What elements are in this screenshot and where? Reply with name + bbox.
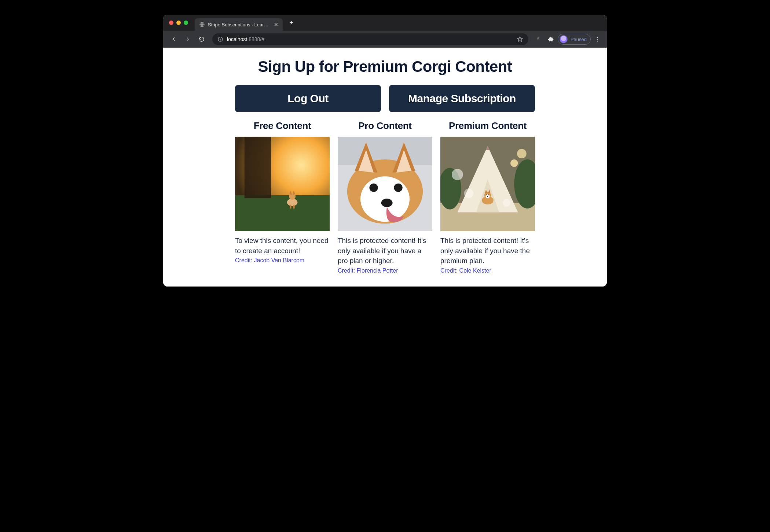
address-bar[interactable]: localhost:8888/# [212, 33, 528, 45]
browser-tab[interactable]: Stripe Subscriptions · Learn Wi ✕ [195, 18, 283, 31]
tier-credit-link[interactable]: Credit: Cole Keister [440, 267, 491, 274]
titlebar: Stripe Subscriptions · Learn Wi ✕ + [163, 15, 607, 31]
tier-image [235, 137, 330, 231]
svg-point-41 [486, 195, 487, 195]
svg-point-45 [464, 189, 474, 198]
svg-point-5 [597, 39, 598, 40]
extensions-menu-icon[interactable] [545, 34, 556, 45]
svg-rect-16 [290, 205, 292, 208]
svg-point-47 [517, 149, 527, 159]
svg-point-3 [220, 38, 220, 38]
url-path: /# [260, 36, 264, 42]
tier-row: Free Content [178, 120, 592, 274]
forward-button[interactable] [182, 33, 194, 45]
tier-heading: Pro Content [338, 120, 432, 132]
action-buttons: Log Out Manage Subscription [178, 85, 592, 112]
tier-pro: Pro Content [338, 120, 432, 274]
minimize-window-button[interactable] [176, 21, 181, 25]
bookmark-icon[interactable] [517, 36, 523, 43]
browser-menu-button[interactable] [592, 34, 602, 44]
tier-description: This is protected content! It's only ava… [338, 236, 432, 266]
svg-point-44 [452, 169, 463, 180]
svg-point-6 [597, 41, 598, 42]
tier-heading: Free Content [235, 120, 330, 132]
svg-point-42 [488, 195, 489, 195]
tab-title: Stripe Subscriptions · Learn Wi [208, 22, 270, 27]
profile-chip[interactable]: Paused [558, 34, 591, 45]
manage-subscription-button[interactable]: Manage Subscription [389, 85, 535, 112]
new-tab-button[interactable]: + [286, 18, 297, 28]
svg-point-43 [487, 196, 488, 197]
browser-window: Stripe Subscriptions · Learn Wi ✕ + loca… [163, 15, 607, 287]
tier-free: Free Content [235, 120, 330, 274]
site-info-icon [217, 36, 223, 42]
url-port: :8888 [247, 36, 260, 42]
window-controls [169, 21, 188, 25]
tier-description: To view this content, you need to create… [235, 236, 330, 256]
svg-point-46 [510, 159, 518, 167]
tier-heading: Premium Content [440, 120, 535, 132]
reload-button[interactable] [195, 33, 208, 45]
globe-icon [199, 22, 205, 27]
log-out-button[interactable]: Log Out [235, 85, 381, 112]
svg-rect-9 [235, 195, 330, 231]
tier-description: This is protected content! It's only ava… [440, 236, 535, 266]
extension-icon[interactable] [533, 34, 544, 45]
svg-point-4 [597, 37, 598, 38]
svg-point-27 [394, 184, 403, 192]
maximize-window-button[interactable] [184, 21, 188, 25]
tier-credit-link[interactable]: Credit: Florencia Potter [338, 267, 398, 274]
svg-point-48 [503, 199, 510, 207]
browser-toolbar: localhost:8888/# Paused [163, 31, 607, 48]
svg-rect-10 [245, 137, 271, 198]
close-window-button[interactable] [169, 21, 173, 25]
avatar [560, 35, 568, 43]
profile-state: Paused [571, 37, 587, 42]
url-host: localhost [227, 36, 247, 42]
tier-premium: Premium Content [440, 120, 535, 274]
page-title: Sign Up for Premium Corgi Content [178, 58, 592, 75]
svg-point-28 [381, 199, 393, 207]
tier-image [338, 137, 432, 231]
page-content: Sign Up for Premium Corgi Content Log Ou… [163, 48, 607, 287]
svg-rect-17 [293, 205, 295, 208]
tier-credit-link[interactable]: Credit: Jacob Van Blarcom [235, 257, 304, 263]
back-button[interactable] [168, 33, 180, 45]
close-tab-button[interactable]: ✕ [274, 22, 278, 27]
tier-image [440, 137, 535, 231]
svg-point-26 [369, 184, 378, 192]
